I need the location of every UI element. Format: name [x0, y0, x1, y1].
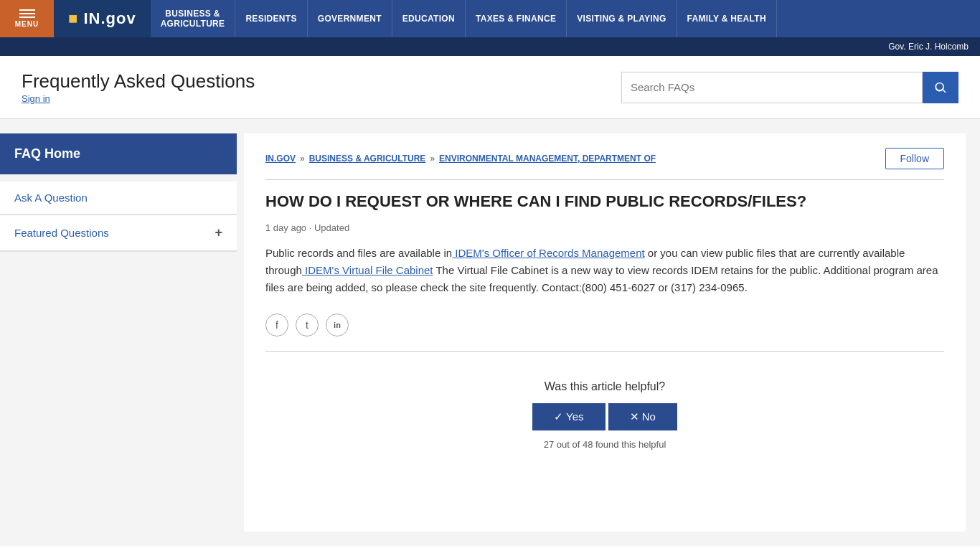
facebook-icon: f: [275, 319, 278, 331]
article-date: 1 day ago: [265, 222, 306, 233]
nav-item-education[interactable]: EDUCATION: [392, 0, 466, 37]
menu-label: MENU: [15, 20, 39, 28]
nav-item-taxes[interactable]: TAXES & FINANCE: [466, 0, 567, 37]
breadcrumb-sep-2: »: [430, 154, 435, 164]
body-link-1[interactable]: IDEM's Officer of Records Management: [452, 247, 645, 259]
search-input[interactable]: [621, 72, 923, 103]
expand-featured-icon: +: [215, 225, 222, 240]
breadcrumb-env-mgmt[interactable]: ENVIRONMENTAL MANAGEMENT, DEPARTMENT OF: [439, 154, 656, 164]
sidebar-divider-2: [0, 251, 237, 252]
menu-button[interactable]: MENU: [0, 0, 54, 37]
page-title: Frequently Asked Questions: [22, 70, 255, 93]
twitter-icon: t: [306, 319, 308, 331]
sidebar: FAQ Home Ask A Question Featured Questio…: [0, 119, 237, 546]
nav-item-residents[interactable]: RESIDENTS: [235, 0, 307, 37]
ask-question-label: Ask A Question: [14, 192, 88, 204]
search-button[interactable]: [923, 72, 958, 103]
article-title: HOW DO I REQUEST OR WHERE CAN I FIND PUB…: [265, 192, 944, 212]
nav-item-government[interactable]: GOVERNMENT: [308, 0, 392, 37]
logo-area: ■ IN.gov: [54, 0, 151, 37]
hamburger-line-2: [19, 13, 35, 14]
nav-item-visiting[interactable]: VISITING & PLAYING: [567, 0, 677, 37]
main-content: IN.GOV » BUSINESS & AGRICULTURE » ENVIRO…: [244, 133, 966, 532]
site-logo[interactable]: ■ IN.gov: [68, 9, 136, 28]
helpful-yes-button[interactable]: ✓ Yes: [532, 403, 605, 430]
body-text-1: Public records and files are available i…: [265, 247, 452, 259]
page-header: Frequently Asked Questions Sign in: [0, 56, 980, 119]
article-body: Public records and files are available i…: [265, 245, 944, 296]
article-meta: 1 day ago · Updated: [265, 222, 944, 233]
governor-name: Gov. Eric J. Holcomb: [888, 42, 969, 52]
hamburger-line-1: [19, 9, 35, 11]
sign-in-link[interactable]: Sign in: [22, 93, 50, 104]
hamburger-line-3: [19, 17, 35, 18]
helpful-buttons: ✓ Yes ✕ No: [265, 403, 944, 430]
article-meta-sep: ·: [309, 222, 312, 233]
helpful-section: Was this article helpful? ✓ Yes ✕ No 27 …: [265, 366, 944, 464]
linkedin-share-button[interactable]: in: [326, 314, 349, 336]
sidebar-item-featured-questions[interactable]: Featured Questions +: [0, 215, 237, 251]
sidebar-faq-home[interactable]: FAQ Home: [0, 133, 237, 174]
sidebar-item-ask-question[interactable]: Ask A Question: [0, 182, 237, 215]
helpful-question: Was this article helpful?: [265, 380, 944, 393]
helpful-no-button[interactable]: ✕ No: [608, 403, 677, 430]
breadcrumb-business[interactable]: BUSINESS & AGRICULTURE: [309, 154, 426, 164]
linkedin-icon: in: [334, 321, 341, 329]
social-row: f t in: [265, 314, 944, 352]
nav-links: BUSINESS & AGRICULTURE RESIDENTS GOVERNM…: [151, 0, 980, 37]
body-link-2[interactable]: IDEM's Virtual File Cabinet: [302, 264, 433, 276]
helpful-count: 27 out of 48 found this helpful: [265, 439, 944, 450]
breadcrumb-sep-1: »: [300, 154, 305, 164]
nav-item-family[interactable]: FAMILY & HEALTH: [677, 0, 777, 37]
article-updated: Updated: [314, 222, 349, 233]
featured-questions-label: Featured Questions: [14, 227, 109, 239]
twitter-share-button[interactable]: t: [296, 314, 319, 336]
content-wrapper: FAQ Home Ask A Question Featured Questio…: [0, 119, 980, 546]
page-header-left: Frequently Asked Questions Sign in: [22, 70, 255, 104]
breadcrumb: IN.GOV » BUSINESS & AGRICULTURE » ENVIRO…: [265, 148, 944, 180]
top-navigation: MENU ■ IN.gov BUSINESS & AGRICULTURE RES…: [0, 0, 980, 37]
breadcrumb-left: IN.GOV » BUSINESS & AGRICULTURE » ENVIRO…: [265, 154, 656, 164]
facebook-share-button[interactable]: f: [265, 314, 288, 336]
nav-item-business[interactable]: BUSINESS & AGRICULTURE: [151, 0, 236, 37]
gov-bar: Gov. Eric J. Holcomb: [0, 37, 980, 56]
follow-button[interactable]: Follow: [885, 148, 944, 169]
breadcrumb-in-gov[interactable]: IN.GOV: [265, 154, 296, 164]
search-area: [621, 72, 958, 103]
search-icon: [933, 80, 948, 95]
